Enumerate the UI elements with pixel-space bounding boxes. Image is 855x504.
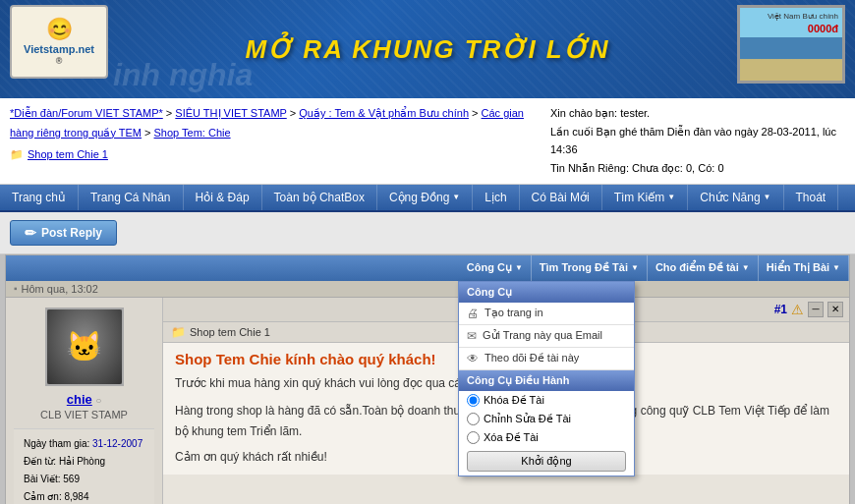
dropdown-item-tao-trang[interactable]: 🖨 Tạo trang in <box>459 303 634 325</box>
stat-from-label: Đến từ: <box>24 456 56 467</box>
dropdown-item-gui-email[interactable]: ✉ Gửi Trang này qua Email <box>459 325 634 348</box>
breadcrumb-link-shop[interactable]: Shop Tem: Chie <box>154 127 231 139</box>
main-content: Công Cụ ▼ Tìm Trong Đề Tài ▼ Cho điểm Đề… <box>5 254 850 504</box>
stat-posts-value: 569 <box>63 474 80 484</box>
site-header: 😊 Vietstamp.net ® MỞ RA KHUNG TRỜI LỚN V… <box>0 0 855 98</box>
radio-chinh-sua[interactable]: Chỉnh Sửa Đề Tài <box>459 410 634 428</box>
user-info-panel: Xin chào bạn: tester. Lần cuối Bạn ghé t… <box>550 104 845 178</box>
nav-lich[interactable]: Lịch <box>473 185 519 210</box>
shop-current-link[interactable]: Shop tem Chie 1 <box>28 145 108 165</box>
stat-join-label: Ngày tham gia: <box>24 438 89 449</box>
stat-cam-on-label: Cảm ơn: <box>24 491 62 502</box>
stat-posts: Bài Viết: 569 <box>24 471 144 488</box>
nav-trang-chu[interactable]: Trang chủ <box>0 185 79 210</box>
thread-tools-btn[interactable]: Công Cụ ▼ <box>459 255 532 281</box>
avatar-image: 🐱 <box>47 309 122 384</box>
post-number: #1 <box>774 303 787 316</box>
thread-tools-label: Công Cụ <box>467 261 512 274</box>
cong-cu-title: Công Cụ <box>467 286 512 299</box>
radio-xoa-input[interactable] <box>467 431 480 444</box>
nav-thoat[interactable]: Thoát <box>784 185 839 210</box>
breadcrumb-link-quay[interactable]: Quầy : Tem & Vật phẩm Bưu chính <box>299 107 469 119</box>
stat-join: Ngày tham gia: 31-12-2007 <box>24 435 144 453</box>
gui-email-label: Gửi Trang này qua Email <box>483 329 602 342</box>
nav-co-bai-moi[interactable]: Có Bài Mới <box>520 185 602 210</box>
post-ctrl-minus[interactable]: ─ <box>808 302 824 317</box>
cong-cu-dropdown: Công Cụ 🖨 Tạo trang in ✉ Gửi Trang này q… <box>458 281 635 476</box>
tim-kiem-arrow: ▼ <box>667 193 675 201</box>
radio-chinh-sua-input[interactable] <box>467 413 480 425</box>
theo-doi-icon: 👁 <box>467 352 479 365</box>
thread-display-label: Hiển Thị Bài <box>767 261 829 274</box>
nav-cong-dong[interactable]: Cộng Đồng▼ <box>377 185 473 210</box>
tao-trang-label: Tạo trang in <box>484 307 543 319</box>
stat-posts-label: Bài Viết: <box>24 474 61 484</box>
dropdown-item-theo-doi[interactable]: 👁 Theo dõi Đề tài này <box>459 348 634 370</box>
thread-rate-btn[interactable]: Cho điểm Đề tài ▼ <box>648 255 759 281</box>
post-meta-bar: ▪ Hôm qua, 13:02 <box>6 281 849 298</box>
nav-chuc-nang[interactable]: Chức Năng▼ <box>688 185 783 210</box>
post-reply-label: Post Reply <box>41 226 102 240</box>
post-meta-icon: ▪ <box>14 283 18 294</box>
post-area: ✏ Post Reply <box>0 212 855 254</box>
nav-tim-kiem[interactable]: Tìm Kiếm▼ <box>602 185 689 210</box>
stat-reactions: Cảm ơn: 8,984 <box>24 488 144 504</box>
user-stats: Ngày tham gia: 31-12-2007 Đến từ: Hải Ph… <box>14 428 154 504</box>
radio-xoa[interactable]: Xóa Đề Tài <box>459 428 634 447</box>
admin-section-header: Công Cụ Điều Hành <box>459 370 634 391</box>
thread-header: Công Cụ ▼ Tìm Trong Đề Tài ▼ Cho điểm Đề… <box>6 255 849 281</box>
shop-label: 📁 Shop tem Chie 1 <box>10 145 531 165</box>
online-status-dot: ○ <box>95 395 101 406</box>
inbox-text: Tin Nhắn Riêng: Chưa đọc: 0, Có: 0 <box>550 159 845 178</box>
admin-title: Công Cụ Điều Hành <box>467 374 569 386</box>
breadcrumb-link-sieu-thi[interactable]: SIÊU THỊ VIET STAMP <box>175 107 286 119</box>
khoi-dong-button[interactable]: Khởi động <box>467 451 626 472</box>
stat-join-value: 31-12-2007 <box>92 438 142 449</box>
shop-title-text: Shop tem Chie 1 <box>190 326 270 338</box>
nav-trang-ca-nhan[interactable]: Trang Cá Nhân <box>79 185 184 210</box>
chuc-nang-arrow: ▼ <box>764 193 771 201</box>
theo-doi-label: Theo dõi Đề tài này <box>484 352 579 364</box>
reply-icon: ✏ <box>25 225 36 241</box>
radio-khoa-label: Khóa Đề Tài <box>484 394 544 407</box>
stat-from-value: Hải Phòng <box>59 456 105 467</box>
thread-search-btn[interactable]: Tìm Trong Đề Tài ▼ <box>532 255 648 281</box>
thread-display-arrow: ▼ <box>832 263 840 272</box>
post-time: Hôm qua, 13:02 <box>22 283 98 295</box>
username-link[interactable]: chie <box>67 392 92 407</box>
info-bar: *Diễn đàn/Forum VIET STAMP* > SIÊU THỊ V… <box>0 98 855 185</box>
tao-trang-icon: 🖨 <box>467 307 479 320</box>
radio-chinh-sua-label: Chỉnh Sửa Đề Tài <box>484 413 571 425</box>
logo-stamp-icon: 😊 <box>24 17 94 42</box>
post-ctrl-close[interactable]: ✕ <box>827 302 843 317</box>
logo-registered: ® <box>24 56 94 67</box>
stamp-image: Việt Nam Bưu chính 0000đ <box>740 8 842 81</box>
user-group: CLB VIET STAMP <box>40 409 128 420</box>
thread-rate-label: Cho điểm Đề tài <box>656 261 739 274</box>
post-layout: 🐱 chie ○ CLB VIET STAMP Ngày tham gia: 3… <box>6 298 849 504</box>
shop-title-folder-icon: 📁 <box>171 325 186 339</box>
radio-xoa-label: Xóa Đề Tài <box>484 431 539 444</box>
radio-khoa[interactable]: Khóa Đề Tài <box>459 391 634 410</box>
nav-hoi-dap[interactable]: Hỏi & Đáp <box>184 185 262 210</box>
thread-tools-arrow: ▼ <box>515 263 523 272</box>
navbar: Trang chủ Trang Cá Nhân Hỏi & Đáp Toàn b… <box>0 185 855 212</box>
username-display: chie ○ <box>67 392 101 407</box>
thread-rate-arrow: ▼ <box>742 263 750 272</box>
gui-email-icon: ✉ <box>467 329 477 343</box>
nav-chat-box[interactable]: Toàn bộ ChatBox <box>262 185 377 210</box>
breadcrumb-link-forum[interactable]: *Diễn đàn/Forum VIET STAMP* <box>10 107 163 119</box>
shop-folder-icon: 📁 <box>10 145 24 165</box>
warning-icon: ⚠ <box>791 302 804 317</box>
user-greeting: Xin chào bạn: tester. <box>550 104 845 123</box>
user-avatar: 🐱 <box>45 308 124 386</box>
stamp-country-text: Việt Nam Bưu chính 0000đ <box>768 12 838 36</box>
thread-display-btn[interactable]: Hiển Thị Bài ▼ <box>759 255 849 281</box>
post-reply-button[interactable]: ✏ Post Reply <box>10 220 117 246</box>
radio-khoa-input[interactable] <box>467 394 480 407</box>
breadcrumb-links: *Diễn đàn/Forum VIET STAMP* > SIÊU THỊ V… <box>10 104 531 143</box>
site-logo[interactable]: 😊 Vietstamp.net ® <box>10 5 108 79</box>
stamp-value: 0000đ <box>768 22 838 35</box>
logo-text: Vietstamp.net <box>24 43 94 56</box>
header-decorative-text: inh nghia <box>113 57 253 93</box>
